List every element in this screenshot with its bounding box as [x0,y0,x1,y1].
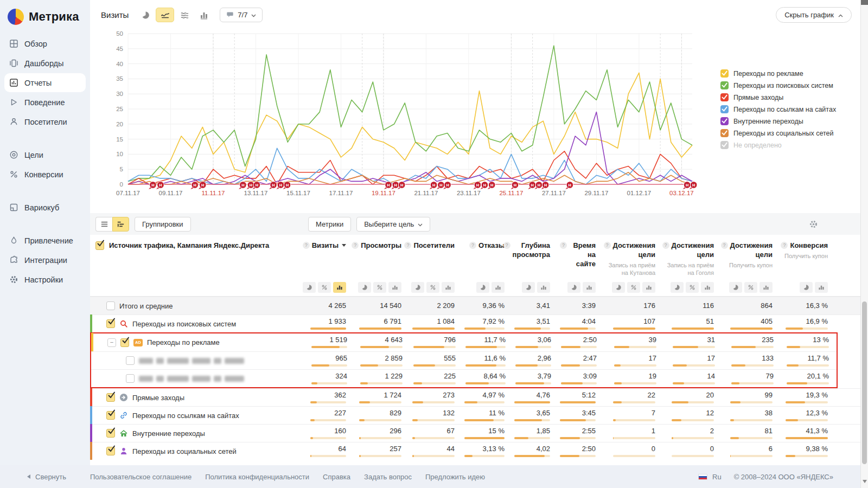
toggle-pie-button[interactable] [567,282,580,293]
row-checkbox[interactable] [106,301,115,310]
chart-type-bars-button[interactable] [195,8,213,22]
toggle-pie-button[interactable] [800,282,813,293]
sidebar-item-goals[interactable]: Цели [4,145,86,164]
legend-item-undefined[interactable]: Не определено [720,141,836,149]
column-header-5[interactable]: ?Глубина просмотра [512,235,558,296]
footer-link-1[interactable]: Пользовательское соглашение [90,473,192,481]
sidebar-item-settings[interactable]: Настройки [4,270,86,289]
toggle-bar-button[interactable] [442,282,455,293]
tree-view-button[interactable] [112,217,129,232]
help-question-icon[interactable]: ? [404,242,411,249]
column-header-7[interactable]: ?Достижения целиЗапись на приём на Кутан… [603,235,663,296]
note-pin[interactable]: Н [156,182,164,189]
sidebar-item-variocube[interactable]: Вариокуб [4,198,86,217]
row-checkbox[interactable] [106,429,115,438]
table-row-ad-campaign-1[interactable]: 9652 85955511,6 %2,962:47171713311,7 % [91,351,837,369]
column-header-9[interactable]: ?Достижения целиПолучить купон [722,235,780,296]
footer-link-5[interactable]: Предложить идею [425,473,485,481]
hide-chart-button[interactable]: Скрыть график [776,7,852,23]
toggle-pct-button[interactable] [744,282,757,293]
column-header-1[interactable]: ?Визиты [308,235,354,296]
metrika-logo[interactable]: Метрика [0,5,90,34]
column-header-8[interactable]: ?Достижения целиЗапись на приём на Гогол… [663,235,722,296]
note-pin[interactable]: Н [276,182,284,189]
toggle-pct-button[interactable] [318,282,331,293]
column-header-3[interactable]: ?Посетители [409,235,462,296]
note-pin[interactable]: Н [443,182,451,189]
note-pin[interactable]: Н [480,182,488,189]
note-pin[interactable]: Н [534,182,542,189]
row-checkbox[interactable] [126,356,135,365]
toggle-bar-button[interactable] [537,282,550,293]
toggle-bar-button[interactable] [642,282,655,293]
toggle-bar-button[interactable] [492,282,505,293]
note-pin[interactable]: Н [511,182,519,189]
help-question-icon[interactable]: ? [469,242,476,249]
table-row-organic[interactable]: Переходы из поисковых систем1 9336 7911 … [90,314,868,332]
toggle-pct-button[interactable] [686,282,699,293]
sidebar-item-dashboards[interactable]: Дашборды [4,54,86,73]
chart-type-pie-button[interactable] [136,8,155,22]
scrollbar-down-arrow-icon[interactable] [863,480,867,485]
chart-type-area-button[interactable] [175,8,194,22]
help-question-icon[interactable]: ? [721,242,728,249]
note-pin[interactable]: Н [190,182,198,189]
legend-item-organic[interactable]: Переходы из поисковых систем [720,81,836,89]
toggle-pie-button[interactable] [476,282,489,293]
sidebar-item-overview[interactable]: Обзор [4,34,86,53]
sidebar-item-visitors[interactable]: Посетители [4,112,86,131]
note-pin[interactable]: Н [391,182,399,189]
row-checkbox[interactable] [126,374,135,383]
row-checkbox[interactable] [106,447,115,455]
note-pin[interactable]: Н [246,182,254,189]
legend-item-social[interactable]: Переходы из социальных сетей [720,129,836,137]
collapse-row-button[interactable]: − [107,338,116,347]
table-row-ad[interactable]: −ADПереходы по рекламе1 5194 64379611,7 … [91,333,837,351]
metrics-button[interactable]: Метрики [308,217,351,232]
scrollbar-thumb[interactable] [862,301,867,464]
toggle-bar-button[interactable] [701,282,714,293]
sidebar-item-behavior[interactable]: Поведение [4,93,86,112]
toggle-pie-button[interactable] [303,282,316,293]
help-question-icon[interactable]: ? [662,242,669,249]
note-pin[interactable]: Н [149,182,156,189]
toggle-pie-button[interactable] [522,282,535,293]
sidebar-item-reports[interactable]: Отчеты [4,73,86,92]
row-checkbox[interactable] [106,393,115,402]
toggle-pie-button[interactable] [671,282,684,293]
toggle-pct-button[interactable] [627,282,640,293]
note-pin[interactable]: Н [683,182,691,189]
legend-item-ad[interactable]: Переходы по рекламе [720,69,836,78]
list-view-button[interactable] [95,217,112,232]
legend-item-internal[interactable]: Внутренние переходы [720,117,836,125]
column-header-10[interactable]: ?КонверсияПолучить купон [780,235,835,296]
help-question-icon[interactable]: ? [604,242,611,249]
sidebar-item-conversions[interactable]: Конверсии [4,165,86,184]
chart-type-line-button[interactable] [156,8,174,22]
note-pin[interactable]: Н [437,182,444,189]
toggle-pie-button[interactable] [411,282,424,293]
row-checkbox[interactable] [120,338,129,347]
toggle-pie-button[interactable] [358,282,371,293]
toggle-pct-button[interactable] [373,282,386,293]
goal-select-dropdown[interactable]: Выберите цель [356,217,430,232]
note-pin[interactable]: Н [565,182,573,189]
language-switcher[interactable]: Ru [712,473,722,481]
row-checkbox[interactable] [106,411,115,420]
note-pin[interactable]: Н [430,182,437,189]
footer-link-3[interactable]: Справка [323,473,350,481]
help-question-icon[interactable]: ? [781,242,788,249]
toggle-bar-button[interactable] [815,282,828,293]
toggle-pie-button[interactable] [729,282,742,293]
toggle-bar-button[interactable] [760,282,773,293]
table-row-social[interactable]: Переходы из социальных сетей64257443,13 … [90,442,868,460]
table-row-links[interactable]: Переходы по ссылкам на сайтах22782913211… [90,406,868,424]
page-scrollbar[interactable] [860,0,868,488]
legend-item-links[interactable]: Переходы по ссылкам на сайтах [720,105,836,113]
footer-link-2[interactable]: Политика конфиденциальности [205,473,309,481]
toggle-bar-button[interactable] [583,282,596,293]
note-pin[interactable]: Н [690,182,697,189]
table-row-totals[interactable]: Итого и средние4 26514 5402 2099,36 %3,4… [90,297,868,314]
help-question-icon[interactable]: ? [352,242,359,249]
groupings-button[interactable]: Группировки [135,217,191,232]
